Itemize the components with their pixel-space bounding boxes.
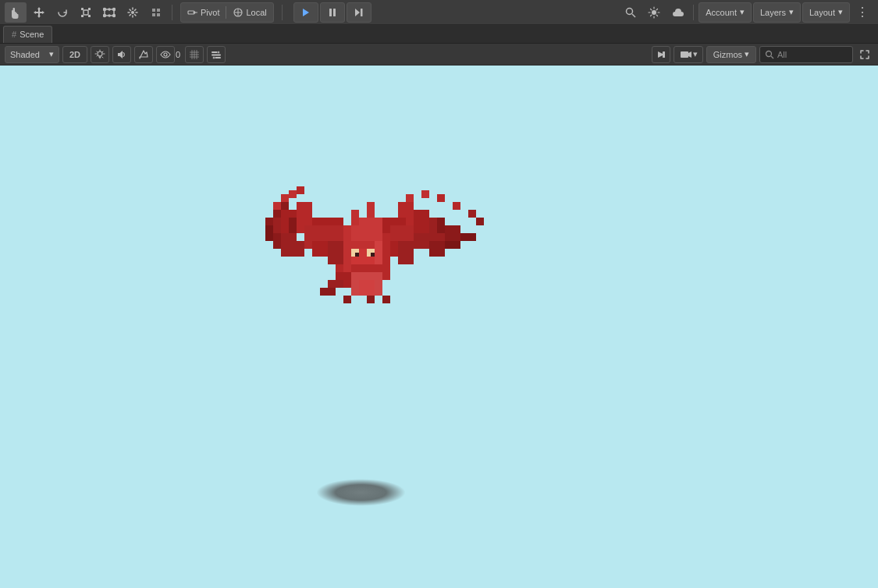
pivot-label: Pivot	[201, 8, 219, 17]
toolbar-separator-1	[172, 5, 172, 20]
svg-rect-75	[476, 218, 484, 225]
svg-marker-19	[303, 9, 309, 16]
main-toolbar: Pivot Local	[0, 0, 878, 25]
svg-rect-49	[273, 202, 281, 210]
shading-chevron: ▾	[49, 49, 54, 59]
svg-line-25	[632, 14, 635, 17]
svg-rect-96	[398, 241, 414, 264]
svg-rect-48	[289, 241, 304, 257]
scene-control-bar: Shaded ▾ 2D 0	[0, 44, 878, 66]
search-all-label: All	[777, 50, 787, 59]
scene-tab[interactable]: # Scene	[3, 26, 52, 43]
svg-rect-74	[468, 210, 476, 218]
grid-settings-button[interactable]	[185, 46, 204, 63]
svg-rect-1	[81, 8, 84, 10]
rotate-tool-button[interactable]	[52, 2, 73, 23]
svg-rect-86	[359, 280, 375, 296]
scale-tool-button[interactable]	[75, 2, 97, 23]
svg-rect-52	[297, 186, 304, 194]
dragon-shadow	[316, 479, 406, 506]
camera-chevron: ▾	[693, 49, 698, 59]
svg-rect-34	[663, 51, 665, 58]
svg-rect-23	[361, 9, 363, 16]
svg-rect-97	[351, 210, 359, 225]
svg-rect-70	[406, 194, 414, 202]
2d-label: 2D	[69, 50, 80, 59]
svg-rect-78	[445, 241, 460, 249]
svg-rect-2	[88, 8, 91, 10]
custom-tool-button[interactable]	[145, 2, 167, 23]
svg-point-6	[104, 8, 106, 10]
step-button[interactable]	[347, 2, 371, 23]
svg-rect-90	[289, 218, 297, 233]
fx-toggle[interactable]	[134, 46, 153, 63]
svg-rect-89	[320, 288, 336, 296]
local-label: Local	[246, 8, 266, 17]
audio-toggle[interactable]	[112, 46, 131, 63]
scene-search-icon	[765, 50, 774, 59]
svg-rect-72	[437, 194, 445, 202]
layout-chevron: ▾	[838, 7, 843, 17]
shading-dropdown[interactable]: Shaded ▾	[5, 46, 59, 63]
dragon-sprite	[265, 186, 492, 384]
layout-dropdown[interactable]: Layout ▾	[802, 2, 850, 23]
account-dropdown[interactable]: Account ▾	[698, 2, 752, 23]
scene-tab-bar: # Scene	[0, 25, 878, 44]
svg-rect-66	[414, 210, 429, 233]
svg-rect-42	[273, 218, 281, 233]
visibility-toggle[interactable]	[156, 46, 175, 63]
svg-rect-31	[215, 57, 221, 58]
layers-dropdown[interactable]: Layers ▾	[753, 2, 801, 23]
svg-rect-29	[212, 51, 218, 53]
shading-label: Shaded	[10, 50, 40, 59]
transform-tools-right[interactable]	[652, 46, 670, 63]
svg-rect-69	[460, 233, 476, 241]
svg-point-12	[131, 11, 134, 14]
scene-tab-hash: #	[12, 30, 16, 39]
svg-rect-51	[289, 190, 297, 198]
gizmos-dropdown[interactable]: Gizmos ▾	[706, 46, 756, 63]
rect-transform-tool-button[interactable]	[98, 2, 120, 23]
svg-point-26	[652, 10, 656, 15]
pause-button[interactable]	[320, 2, 345, 23]
pivot-button[interactable]: Pivot	[181, 3, 226, 22]
scene-settings-button[interactable]	[207, 46, 226, 63]
toolbar-separator-3	[693, 5, 694, 20]
svg-rect-91	[437, 218, 445, 233]
svg-rect-45	[265, 225, 273, 241]
svg-rect-61	[355, 253, 359, 257]
svg-rect-35	[681, 51, 688, 58]
svg-point-11	[108, 15, 110, 16]
camera-dropdown[interactable]: ▾	[674, 46, 703, 63]
svg-marker-36	[688, 51, 691, 58]
scene-search-field: All	[759, 46, 853, 63]
svg-rect-68	[445, 225, 460, 241]
effects-button[interactable]	[643, 2, 665, 23]
more-menu-button[interactable]: ⋮	[851, 2, 873, 23]
move-tool-button[interactable]	[28, 2, 50, 23]
svg-rect-62	[371, 253, 375, 257]
svg-rect-98	[367, 202, 375, 218]
cloud-button[interactable]	[666, 2, 688, 23]
svg-rect-92	[343, 296, 351, 303]
search-button[interactable]	[620, 2, 642, 23]
transform-tool-button[interactable]	[122, 2, 144, 23]
hand-tool-button[interactable]	[5, 2, 27, 23]
svg-rect-76	[414, 233, 429, 249]
svg-point-8	[104, 14, 106, 16]
svg-point-28	[164, 53, 167, 56]
viewport-expand-button[interactable]	[856, 46, 873, 63]
svg-rect-88	[328, 280, 343, 288]
svg-point-10	[108, 9, 110, 10]
account-chevron: ▾	[740, 7, 745, 17]
layers-label: Layers	[760, 8, 786, 17]
play-button[interactable]	[293, 2, 318, 23]
visibility-group: 0	[156, 46, 182, 63]
pivot-local-group: Pivot Local	[180, 2, 274, 23]
light-toggle[interactable]	[91, 46, 109, 63]
svg-point-37	[766, 51, 772, 56]
2d-toggle[interactable]: 2D	[62, 46, 87, 63]
local-button[interactable]: Local	[226, 3, 272, 22]
svg-rect-0	[84, 10, 88, 15]
svg-rect-93	[367, 296, 375, 303]
